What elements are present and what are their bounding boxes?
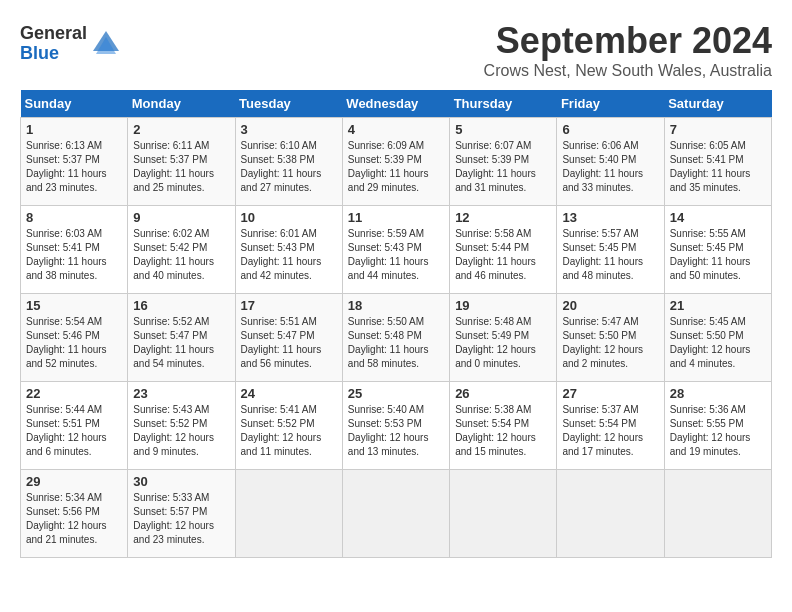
col-sunday: Sunday <box>21 90 128 118</box>
table-row: 2Sunrise: 6:11 AM Sunset: 5:37 PM Daylig… <box>128 118 235 206</box>
calendar-week-5: 29Sunrise: 5:34 AM Sunset: 5:56 PM Dayli… <box>21 470 772 558</box>
table-row <box>342 470 449 558</box>
logo-general-text: General <box>20 24 87 44</box>
table-row: 12Sunrise: 5:58 AM Sunset: 5:44 PM Dayli… <box>450 206 557 294</box>
logo: General Blue <box>20 24 121 64</box>
calendar-week-1: 1Sunrise: 6:13 AM Sunset: 5:37 PM Daylig… <box>21 118 772 206</box>
table-row: 24Sunrise: 5:41 AM Sunset: 5:52 PM Dayli… <box>235 382 342 470</box>
table-row: 25Sunrise: 5:40 AM Sunset: 5:53 PM Dayli… <box>342 382 449 470</box>
table-row <box>664 470 771 558</box>
col-monday: Monday <box>128 90 235 118</box>
month-title: September 2024 <box>484 20 772 62</box>
col-wednesday: Wednesday <box>342 90 449 118</box>
table-row: 21Sunrise: 5:45 AM Sunset: 5:50 PM Dayli… <box>664 294 771 382</box>
table-row: 8Sunrise: 6:03 AM Sunset: 5:41 PM Daylig… <box>21 206 128 294</box>
table-row: 28Sunrise: 5:36 AM Sunset: 5:55 PM Dayli… <box>664 382 771 470</box>
table-row: 26Sunrise: 5:38 AM Sunset: 5:54 PM Dayli… <box>450 382 557 470</box>
logo-blue-text: Blue <box>20 44 87 64</box>
table-row: 30Sunrise: 5:33 AM Sunset: 5:57 PM Dayli… <box>128 470 235 558</box>
calendar-week-3: 15Sunrise: 5:54 AM Sunset: 5:46 PM Dayli… <box>21 294 772 382</box>
calendar-header-row: Sunday Monday Tuesday Wednesday Thursday… <box>21 90 772 118</box>
table-row: 7Sunrise: 6:05 AM Sunset: 5:41 PM Daylig… <box>664 118 771 206</box>
calendar-week-2: 8Sunrise: 6:03 AM Sunset: 5:41 PM Daylig… <box>21 206 772 294</box>
table-row: 5Sunrise: 6:07 AM Sunset: 5:39 PM Daylig… <box>450 118 557 206</box>
logo-icon <box>91 29 121 59</box>
col-tuesday: Tuesday <box>235 90 342 118</box>
table-row: 3Sunrise: 6:10 AM Sunset: 5:38 PM Daylig… <box>235 118 342 206</box>
table-row: 23Sunrise: 5:43 AM Sunset: 5:52 PM Dayli… <box>128 382 235 470</box>
table-row <box>557 470 664 558</box>
table-row: 22Sunrise: 5:44 AM Sunset: 5:51 PM Dayli… <box>21 382 128 470</box>
table-row: 1Sunrise: 6:13 AM Sunset: 5:37 PM Daylig… <box>21 118 128 206</box>
table-row <box>450 470 557 558</box>
table-row: 10Sunrise: 6:01 AM Sunset: 5:43 PM Dayli… <box>235 206 342 294</box>
table-row: 29Sunrise: 5:34 AM Sunset: 5:56 PM Dayli… <box>21 470 128 558</box>
table-row: 9Sunrise: 6:02 AM Sunset: 5:42 PM Daylig… <box>128 206 235 294</box>
table-row: 14Sunrise: 5:55 AM Sunset: 5:45 PM Dayli… <box>664 206 771 294</box>
table-row <box>235 470 342 558</box>
table-row: 16Sunrise: 5:52 AM Sunset: 5:47 PM Dayli… <box>128 294 235 382</box>
table-row: 18Sunrise: 5:50 AM Sunset: 5:48 PM Dayli… <box>342 294 449 382</box>
table-row: 27Sunrise: 5:37 AM Sunset: 5:54 PM Dayli… <box>557 382 664 470</box>
table-row: 4Sunrise: 6:09 AM Sunset: 5:39 PM Daylig… <box>342 118 449 206</box>
table-row: 6Sunrise: 6:06 AM Sunset: 5:40 PM Daylig… <box>557 118 664 206</box>
table-row: 13Sunrise: 5:57 AM Sunset: 5:45 PM Dayli… <box>557 206 664 294</box>
calendar-table: Sunday Monday Tuesday Wednesday Thursday… <box>20 90 772 558</box>
table-row: 15Sunrise: 5:54 AM Sunset: 5:46 PM Dayli… <box>21 294 128 382</box>
table-row: 17Sunrise: 5:51 AM Sunset: 5:47 PM Dayli… <box>235 294 342 382</box>
title-area: September 2024 Crows Nest, New South Wal… <box>484 20 772 80</box>
table-row: 11Sunrise: 5:59 AM Sunset: 5:43 PM Dayli… <box>342 206 449 294</box>
calendar-week-4: 22Sunrise: 5:44 AM Sunset: 5:51 PM Dayli… <box>21 382 772 470</box>
header: General Blue September 2024 Crows Nest, … <box>20 20 772 80</box>
col-thursday: Thursday <box>450 90 557 118</box>
location-title: Crows Nest, New South Wales, Australia <box>484 62 772 80</box>
table-row: 19Sunrise: 5:48 AM Sunset: 5:49 PM Dayli… <box>450 294 557 382</box>
table-row: 20Sunrise: 5:47 AM Sunset: 5:50 PM Dayli… <box>557 294 664 382</box>
col-saturday: Saturday <box>664 90 771 118</box>
col-friday: Friday <box>557 90 664 118</box>
